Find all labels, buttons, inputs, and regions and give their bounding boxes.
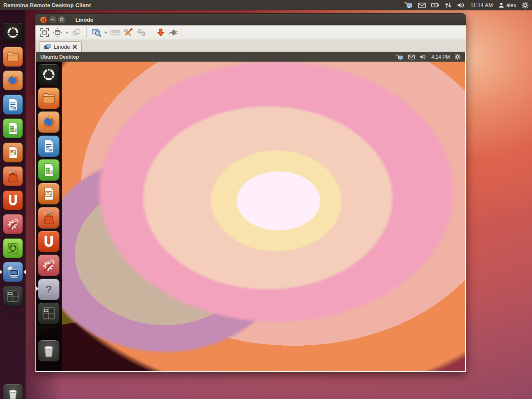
ubuntu-one-icon [42,234,56,249]
window-titlebar[interactable]: Linode [35,14,466,25]
user-icon [498,2,505,8]
plug-icon [168,27,179,37]
network-traffic-icon[interactable] [445,2,452,8]
trash-icon [41,343,57,359]
mail-icon[interactable] [408,54,415,60]
launcher-item-trash[interactable] [3,384,23,399]
remote-tray: 4:14 PM [396,54,461,60]
launcher-item-ubuntu-software-center[interactable] [3,166,23,186]
launcher-item-firefox[interactable] [3,70,23,90]
folder-icon [6,50,20,63]
remote-launcher-item-libreoffice-impress[interactable] [38,183,60,204]
toolbar-separator [86,27,87,37]
remote-desktop-indicator-icon[interactable] [404,2,412,8]
launcher-item-ubuntu-dash[interactable] [3,22,23,42]
remote-topbar: Ubuntu Desktop 4:14 PM [36,52,465,62]
down-arrow-button[interactable] [155,27,167,38]
gears-icon [136,27,147,37]
scaled-view-button[interactable] [90,27,102,38]
settings-gear-wrench-icon [6,217,20,231]
remote-launcher-item-trash[interactable] [38,340,60,362]
dropdown-caret-icon [104,32,107,34]
copy-windows-icon [72,27,82,37]
minimize-icon [51,18,55,22]
remote-launcher-item-ubuntu-dash[interactable] [38,64,60,85]
remote-launcher-item-unknown-app[interactable]: ? [38,279,60,300]
launcher-item-libreoffice-impress[interactable] [3,142,23,162]
writer-document-icon [7,98,19,111]
remote-clock[interactable]: 4:14 PM [431,54,450,60]
scaled-view-icon [91,27,102,37]
window-toolbar [35,25,466,40]
window-title: Linode [75,17,93,23]
remote-launcher-item-firefox[interactable] [38,111,60,133]
minimize-button[interactable] [49,16,56,23]
resize-dropdown-caret[interactable] [65,32,70,34]
keyboard-icon [110,27,121,37]
software-center-bag-icon [42,211,56,225]
screen: Remmina Remote Desktop Client 11:14 AM a… [0,0,532,399]
session-gear-icon[interactable] [455,54,461,60]
launcher-item-ubuntu-one[interactable] [3,190,23,210]
volume-icon[interactable] [420,54,427,60]
remote-desktop-indicator-icon[interactable] [396,54,403,60]
calc-document-icon [7,122,19,135]
green-ubuntu-icon [6,242,20,255]
host-tray: 11:14 AM alex [404,2,529,9]
writer-document-icon [42,139,55,153]
remote-launcher: ? [36,62,62,371]
launcher-item-remmina[interactable] [3,262,23,282]
fullscreen-button[interactable] [39,27,50,38]
tools-button[interactable] [122,27,134,38]
mail-icon[interactable] [418,2,426,8]
user-menu[interactable]: alex [498,2,516,8]
maximize-button[interactable] [58,16,65,23]
tab-label: Linode [54,44,70,50]
session-gear-icon[interactable] [522,2,529,9]
remote-launcher-item-ubuntu-software-center[interactable] [38,207,60,229]
remote-launcher-item-ubuntu-one[interactable] [38,231,60,252]
folder-icon [42,91,56,105]
host-clock[interactable]: 11:14 AM [470,2,493,8]
battery-icon[interactable] [431,2,440,8]
remote-launcher-item-libreoffice-writer[interactable] [38,135,60,157]
launcher-item-system-settings[interactable] [3,214,23,234]
dropdown-caret-icon [65,32,69,34]
resize-window-button[interactable] [52,27,63,38]
remote-session-icon [44,44,51,50]
close-tab-icon[interactable] [72,45,77,49]
remote-launcher-item-home-folder[interactable] [38,87,60,109]
remote-viewport: Ubuntu Desktop 4:14 PM [35,52,466,372]
workspace-switcher-icon [41,306,56,321]
launcher-item-libreoffice-writer[interactable] [3,95,23,115]
launcher-item-home-folder[interactable] [3,47,23,67]
remote-screen[interactable]: Ubuntu Desktop 4:14 PM [36,52,465,371]
close-button[interactable] [40,16,47,23]
launcher-item-workspace-switcher[interactable] [3,286,23,306]
volume-icon[interactable] [457,2,465,8]
settings-gear-wrench-icon [42,258,56,272]
impress-document-icon [7,146,19,159]
focused-app-arrow-right [23,270,26,274]
scale-dropdown-caret[interactable] [103,32,108,34]
remote-launcher-item-workspace-switcher[interactable] [38,302,60,324]
remmina-monitor-icon [6,265,20,279]
tab-bar: Linode [35,40,466,52]
firefox-icon [6,73,20,87]
remote-launcher-item-libreoffice-calc[interactable] [38,159,60,181]
workspace-switcher-icon [6,289,20,303]
impress-document-icon [42,187,55,201]
remote-launcher-item-system-settings[interactable] [38,254,60,276]
host-launcher [0,10,26,399]
launcher-item-ubuntu-software-updater[interactable] [3,238,23,258]
ubuntu-one-icon [6,194,20,207]
close-icon [42,18,45,22]
tab-linode[interactable]: Linode [40,41,82,52]
remote-desktop-wallpaper: ? [36,62,465,371]
toolbar-end-bar [182,28,182,37]
toolbar-separator [151,27,151,37]
user-name: alex [506,2,516,8]
ubuntu-dash-icon [6,26,20,39]
launcher-item-libreoffice-calc[interactable] [3,118,23,138]
disconnect-button[interactable] [168,27,180,38]
